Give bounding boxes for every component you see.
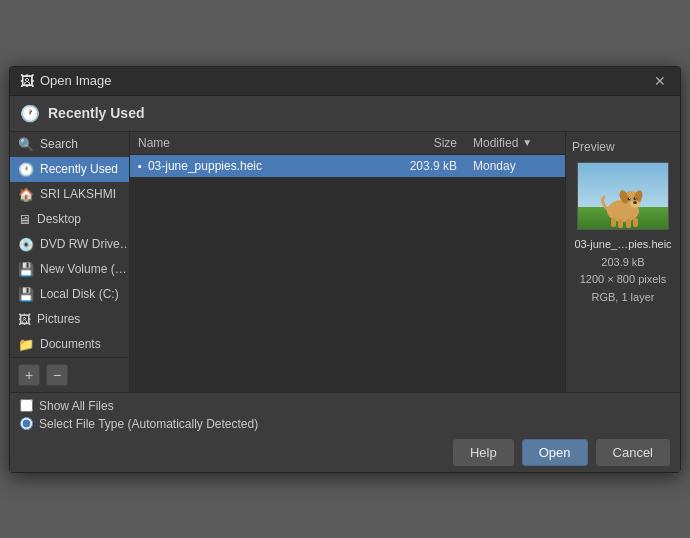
location-icon: 🕐	[20, 104, 40, 123]
sidebar-item-dvd-rw-label: DVD RW Drive…	[40, 237, 129, 251]
dialog-icon: 🖼	[20, 73, 34, 89]
file-name-cell: ▪ 03-june_puppies.heic	[130, 159, 385, 173]
file-icon: ▪	[138, 160, 142, 172]
sidebar-item-recently-used-label: Recently Used	[40, 162, 118, 176]
sidebar-item-pictures[interactable]: 🖼 Pictures	[10, 307, 129, 332]
sidebar-item-local-disk[interactable]: 💾 Local Disk (C:)	[10, 282, 129, 307]
preview-image	[577, 162, 669, 230]
options-row: Show All Files Select File Type (Automat…	[20, 399, 670, 431]
sidebar-item-new-volume-label: New Volume (…	[40, 262, 127, 276]
buttons-row: Help Open Cancel	[20, 439, 670, 466]
svg-rect-14	[626, 219, 631, 228]
select-file-type-option[interactable]: Select File Type (Automatically Detected…	[20, 417, 670, 431]
remove-location-button[interactable]: −	[46, 364, 68, 386]
column-size[interactable]: Size	[385, 136, 465, 150]
recently-used-icon: 🕐	[18, 162, 34, 177]
add-location-button[interactable]: +	[18, 364, 40, 386]
home-icon: 🏠	[18, 187, 34, 202]
help-button[interactable]: Help	[453, 439, 514, 466]
local-disk-icon: 💾	[18, 287, 34, 302]
sidebar-item-pictures-label: Pictures	[37, 312, 80, 326]
volume-icon: 💾	[18, 262, 34, 277]
svg-point-7	[633, 201, 637, 204]
preview-size: 203.9 kB	[580, 254, 667, 272]
sidebar-item-new-volume[interactable]: 💾 New Volume (…	[10, 257, 129, 282]
file-modified-cell: Monday	[465, 159, 565, 173]
select-file-type-label: Select File Type (Automatically Detected…	[39, 417, 258, 431]
dialog-title: Open Image	[40, 73, 112, 88]
sidebar-item-sri-lakshmi-label: SRI LAKSHMI	[40, 187, 116, 201]
column-modified[interactable]: Modified ▼	[465, 136, 565, 150]
svg-point-11	[635, 197, 636, 198]
preview-label: Preview	[572, 140, 615, 154]
preview-info: 203.9 kB 1200 × 800 pixels RGB, 1 layer	[580, 254, 667, 307]
table-row[interactable]: ▪ 03-june_puppies.heic 203.9 kB Monday	[130, 155, 565, 177]
sidebar-item-recently-used[interactable]: 🕐 Recently Used	[10, 157, 129, 182]
sidebar-item-desktop[interactable]: 🖥 Desktop	[10, 207, 129, 232]
main-area: 🔍 Search 🕐 Recently Used 🏠 SRI LAKSHMI 🖥…	[10, 132, 680, 392]
file-list-header: Name Size Modified ▼	[130, 132, 565, 155]
preview-filename: 03-june_…pies.heic	[574, 238, 671, 250]
show-all-files-option[interactable]: Show All Files	[20, 399, 670, 413]
file-size-cell: 203.9 kB	[385, 159, 465, 173]
sidebar-item-local-disk-label: Local Disk (C:)	[40, 287, 119, 301]
desktop-icon: 🖥	[18, 212, 31, 227]
file-list: ▪ 03-june_puppies.heic 203.9 kB Monday	[130, 155, 565, 392]
pictures-icon: 🖼	[18, 312, 31, 327]
close-button[interactable]: ✕	[650, 73, 670, 89]
cancel-button[interactable]: Cancel	[596, 439, 670, 466]
sidebar-item-desktop-label: Desktop	[37, 212, 81, 226]
location-label: Recently Used	[48, 105, 144, 121]
file-name-label: 03-june_puppies.heic	[148, 159, 262, 173]
select-file-type-radio[interactable]	[20, 417, 33, 430]
sidebar: 🔍 Search 🕐 Recently Used 🏠 SRI LAKSHMI 🖥…	[10, 132, 130, 392]
column-name[interactable]: Name	[130, 136, 385, 150]
svg-point-8	[628, 197, 631, 200]
preview-dimensions: 1200 × 800 pixels	[580, 271, 667, 289]
title-bar-left: 🖼 Open Image	[20, 73, 112, 89]
title-bar: 🖼 Open Image ✕	[10, 67, 680, 96]
svg-rect-12	[611, 218, 616, 227]
open-image-dialog: 🖼 Open Image ✕ 🕐 Recently Used 🔍 Search …	[9, 66, 681, 473]
preview-panel: Preview	[565, 132, 680, 392]
documents-icon: 📁	[18, 337, 34, 352]
file-list-area: Name Size Modified ▼ ▪ 03-june_puppies.h…	[130, 132, 565, 392]
sidebar-item-documents-label: Documents	[40, 337, 101, 351]
dvd-icon: 💿	[18, 237, 34, 252]
sidebar-item-dvd-rw[interactable]: 💿 DVD RW Drive…	[10, 232, 129, 257]
svg-point-9	[634, 197, 637, 200]
sidebar-item-documents[interactable]: 📁 Documents	[10, 332, 129, 357]
sidebar-footer: + −	[10, 357, 129, 392]
sidebar-item-search-label: Search	[40, 137, 78, 151]
sort-icon: ▼	[522, 137, 532, 148]
svg-point-10	[629, 198, 630, 199]
location-bar: 🕐 Recently Used	[10, 96, 680, 132]
search-icon: 🔍	[18, 137, 34, 152]
svg-rect-13	[618, 219, 623, 228]
svg-rect-15	[633, 218, 638, 227]
show-all-files-checkbox[interactable]	[20, 399, 33, 412]
bottom-area: Show All Files Select File Type (Automat…	[10, 392, 680, 472]
sidebar-item-sri-lakshmi[interactable]: 🏠 SRI LAKSHMI	[10, 182, 129, 207]
preview-color: RGB, 1 layer	[580, 289, 667, 307]
open-button[interactable]: Open	[522, 439, 588, 466]
sidebar-item-search[interactable]: 🔍 Search	[10, 132, 129, 157]
show-all-files-label: Show All Files	[39, 399, 114, 413]
